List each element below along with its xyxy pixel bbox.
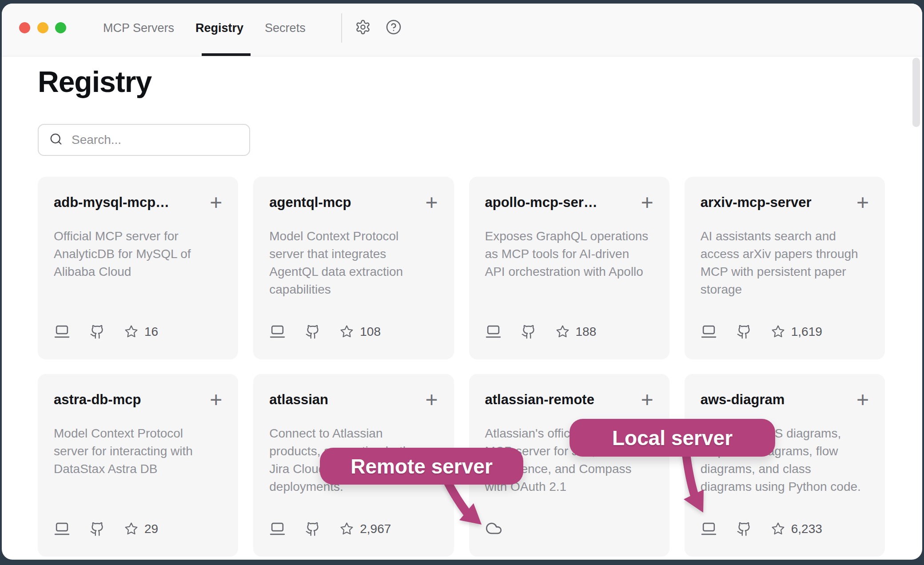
cloud-icon — [485, 520, 502, 537]
star-icon — [340, 325, 354, 338]
scrollbar-thumb[interactable] — [912, 58, 920, 127]
top-nav: MCP Servers Registry Secrets — [103, 4, 306, 56]
search-input[interactable] — [71, 132, 232, 147]
titlebar: MCP Servers Registry Secrets — [2, 4, 922, 56]
local-server-callout: Local server — [570, 419, 775, 457]
server-description: AI assistants search andaccess arXiv pap… — [701, 227, 869, 298]
add-server-button[interactable]: + — [641, 196, 653, 209]
tab-registry[interactable]: Registry — [195, 21, 243, 35]
star-count: 1,619 — [791, 325, 822, 339]
server-name: apollo-mcp-ser… — [485, 195, 597, 211]
laptop-icon — [54, 521, 70, 537]
github-icon — [90, 324, 105, 339]
page-title: Registry — [38, 65, 151, 99]
toolbar-divider — [341, 13, 342, 43]
traffic-light-minimize-button[interactable] — [37, 22, 48, 33]
settings-button[interactable] — [355, 19, 371, 35]
server-card[interactable]: agentql-mcp + Model Context Protocolserv… — [253, 177, 454, 359]
server-card-grid: adb-mysql-mcp… + Official MCP server for… — [38, 177, 885, 557]
active-tab-underline — [202, 53, 251, 56]
help-circle-icon — [386, 19, 402, 35]
add-server-button[interactable]: + — [641, 393, 653, 406]
server-name: atlassian-remote — [485, 392, 594, 408]
help-button[interactable] — [386, 19, 402, 35]
github-icon — [305, 324, 320, 339]
remote-server-callout: Remote server — [320, 448, 523, 485]
github-icon — [737, 324, 752, 339]
add-server-button[interactable]: + — [210, 196, 222, 209]
server-name: atlassian — [269, 392, 328, 408]
add-server-button[interactable]: + — [856, 196, 869, 209]
tab-secrets[interactable]: Secrets — [265, 21, 306, 35]
server-card[interactable]: apollo-mcp-ser… + Exposes GraphQL operat… — [469, 177, 669, 359]
server-card[interactable]: adb-mysql-mcp… + Official MCP server for… — [38, 177, 238, 359]
server-description: Exposes GraphQL operationsas MCP tools f… — [485, 227, 653, 281]
star-count: 188 — [576, 325, 597, 339]
gear-icon — [355, 19, 371, 35]
star-icon — [124, 522, 138, 536]
server-name: aws-diagram — [701, 392, 785, 408]
star-icon — [340, 522, 354, 536]
star-count: 2,967 — [360, 522, 391, 536]
laptop-icon — [701, 521, 717, 537]
server-card[interactable]: astra-db-mcp + Model Context Protocolser… — [38, 374, 238, 557]
star-icon — [556, 325, 570, 338]
laptop-icon — [701, 323, 717, 340]
server-description: Model Context Protocolserver that integr… — [269, 227, 438, 298]
tab-mcp-servers[interactable]: MCP Servers — [103, 21, 174, 35]
star-count: 16 — [144, 325, 158, 339]
star-icon — [124, 325, 138, 338]
github-icon — [521, 324, 536, 339]
star-icon — [771, 522, 785, 536]
screen: MCP Servers Registry Secrets — [0, 0, 924, 565]
laptop-icon — [485, 323, 502, 340]
add-server-button[interactable]: + — [210, 393, 222, 406]
add-server-button[interactable]: + — [856, 393, 869, 406]
github-icon — [737, 521, 752, 537]
github-icon — [305, 521, 320, 537]
add-server-button[interactable]: + — [425, 196, 438, 209]
traffic-light-zoom-button[interactable] — [55, 22, 66, 33]
search-icon — [49, 132, 63, 147]
laptop-icon — [54, 323, 70, 340]
laptop-icon — [269, 323, 286, 340]
github-icon — [90, 521, 105, 537]
server-name: arxiv-mcp-server — [701, 195, 812, 211]
star-icon — [771, 325, 785, 338]
server-name: agentql-mcp — [269, 195, 351, 211]
server-description: Official MCP server forAnalyticDB for My… — [54, 227, 222, 281]
traffic-light-close-button[interactable] — [19, 22, 30, 33]
server-card[interactable]: aws-diagram + Generate AWS diagrams,sequ… — [685, 374, 885, 557]
server-name: adb-mysql-mcp… — [54, 195, 169, 211]
server-name: astra-db-mcp — [54, 392, 141, 408]
star-count: 29 — [144, 522, 158, 536]
server-card[interactable]: arxiv-mcp-server + AI assistants search … — [685, 177, 885, 359]
laptop-icon — [269, 521, 286, 537]
server-description: Model Context Protocolserver for interac… — [54, 425, 222, 478]
star-count: 6,233 — [791, 522, 822, 536]
star-count: 108 — [360, 325, 381, 339]
add-server-button[interactable]: + — [425, 393, 438, 406]
search-box[interactable] — [38, 124, 250, 156]
